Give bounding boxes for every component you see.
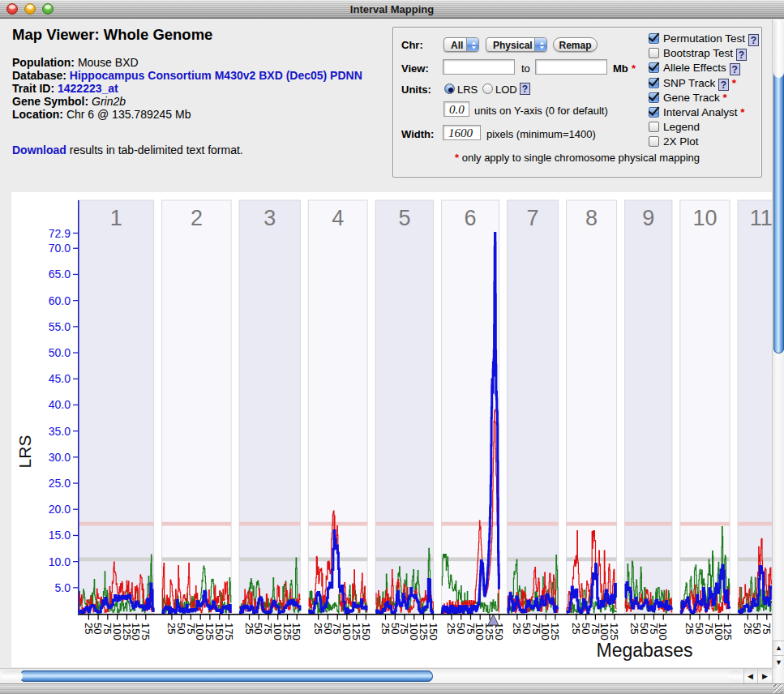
svg-text:72.9: 72.9 bbox=[49, 227, 71, 240]
svg-text:70.0: 70.0 bbox=[49, 242, 71, 255]
svg-text:10.0: 10.0 bbox=[49, 555, 71, 568]
svg-text:75: 75 bbox=[760, 623, 772, 634]
svg-text:6: 6 bbox=[465, 206, 477, 230]
svg-text:4: 4 bbox=[332, 206, 344, 230]
svg-text:45.0: 45.0 bbox=[49, 372, 71, 385]
svg-text:60.0: 60.0 bbox=[49, 294, 71, 307]
svg-text:20.0: 20.0 bbox=[49, 503, 71, 516]
svg-text:2: 2 bbox=[191, 206, 203, 230]
svg-text:55.0: 55.0 bbox=[49, 320, 71, 333]
svg-text:175: 175 bbox=[223, 623, 235, 640]
svg-text:35.0: 35.0 bbox=[49, 425, 71, 438]
svg-text:125: 125 bbox=[608, 623, 620, 640]
svg-text:9: 9 bbox=[642, 206, 654, 230]
svg-text:3: 3 bbox=[263, 206, 276, 230]
svg-text:LRS: LRS bbox=[15, 435, 34, 469]
svg-text:1: 1 bbox=[110, 206, 122, 230]
svg-text:125: 125 bbox=[549, 623, 561, 640]
svg-text:Megabases: Megabases bbox=[597, 640, 693, 661]
svg-text:65.0: 65.0 bbox=[49, 268, 71, 281]
svg-text:175: 175 bbox=[139, 623, 152, 640]
svg-text:125: 125 bbox=[722, 623, 734, 640]
svg-text:8: 8 bbox=[585, 206, 598, 230]
svg-text:25.0: 25.0 bbox=[49, 477, 71, 490]
svg-text:150: 150 bbox=[360, 623, 372, 640]
svg-text:150: 150 bbox=[290, 623, 302, 640]
svg-text:10: 10 bbox=[692, 206, 717, 230]
svg-text:5: 5 bbox=[398, 206, 410, 230]
svg-text:40.0: 40.0 bbox=[49, 398, 71, 411]
svg-text:30.0: 30.0 bbox=[49, 451, 71, 464]
svg-text:7: 7 bbox=[527, 206, 539, 230]
svg-text:150: 150 bbox=[427, 623, 439, 640]
svg-text:5.0: 5.0 bbox=[55, 581, 71, 594]
svg-text:100: 100 bbox=[657, 623, 669, 640]
svg-text:50.0: 50.0 bbox=[49, 346, 71, 359]
svg-text:11: 11 bbox=[750, 206, 772, 230]
svg-text:15.0: 15.0 bbox=[49, 529, 71, 542]
